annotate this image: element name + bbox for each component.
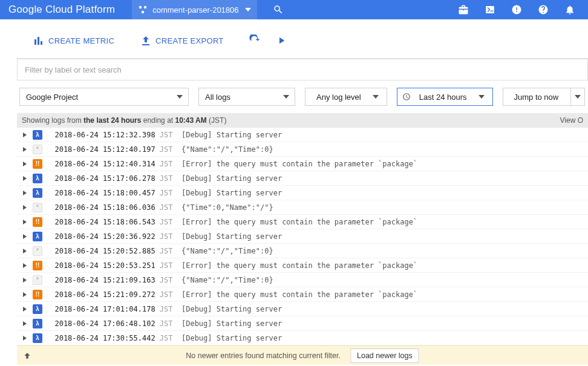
log-row[interactable]: * 2018-06-24 15:12:40.197 JST {"Name":"/… — [17, 142, 588, 157]
log-timezone: JST — [160, 276, 181, 284]
log-row[interactable]: λ 2018-06-24 15:12:32.398 JST [Debug] St… — [17, 128, 588, 142]
log-tag: [Error] — [181, 218, 217, 226]
severity-icon: λ — [33, 130, 42, 140]
expand-icon[interactable] — [21, 319, 29, 328]
expand-icon[interactable] — [21, 189, 29, 197]
scroll-up-icon[interactable] — [23, 351, 31, 360]
log-message: the query must contain the parameter `pa… — [217, 261, 417, 270]
expand-icon[interactable] — [21, 232, 29, 241]
log-row[interactable]: !! 2018-06-24 15:21:09.272 JST [Error] t… — [17, 287, 588, 302]
create-export-button[interactable]: CREATE EXPORT — [135, 32, 230, 49]
free-trial-icon[interactable] — [452, 0, 474, 19]
severity-icon: λ — [33, 188, 42, 198]
log-timestamp: 2018-06-24 15:12:40.314 — [46, 160, 160, 168]
jump-dropdown-toggle[interactable] — [570, 88, 585, 106]
svg-point-2 — [142, 11, 144, 13]
notifications-icon[interactable] — [559, 0, 581, 19]
expand-icon[interactable] — [21, 203, 29, 212]
platform-name: Google Cloud Platform — [8, 4, 115, 15]
refresh-button[interactable] — [244, 30, 265, 51]
log-message: the query must contain the parameter `pa… — [217, 218, 417, 226]
svg-point-1 — [144, 6, 146, 8]
log-tag: [Debug] — [181, 131, 217, 139]
severity-icon: λ — [33, 333, 42, 343]
expand-icon[interactable] — [21, 218, 29, 226]
refresh-icon — [249, 34, 261, 47]
severity-selector-label: Any log level — [310, 93, 367, 102]
load-newer-logs-button[interactable]: Load newer logs — [350, 348, 419, 363]
log-row[interactable]: !! 2018-06-24 15:20:53.251 JST [Error] t… — [17, 258, 588, 273]
log-name-selector[interactable]: All logs — [198, 88, 295, 106]
help-icon[interactable] — [532, 0, 554, 19]
log-timestamp: 2018-06-24 15:20:36.922 — [46, 232, 160, 241]
platform-logo: Google Cloud Platform — [8, 4, 115, 16]
log-row[interactable]: λ 2018-06-24 15:20:36.922 JST [Debug] St… — [17, 229, 588, 244]
log-message: Starting server — [217, 334, 282, 342]
log-message: Starting server — [217, 232, 282, 241]
expand-icon[interactable] — [21, 174, 29, 183]
caret-down-icon — [171, 95, 188, 99]
log-row[interactable]: * 2018-06-24 15:20:52.885 JST {"Name":"/… — [17, 244, 588, 258]
cloud-shell-icon[interactable] — [479, 0, 501, 19]
log-timestamp: 2018-06-24 15:17:06.278 — [46, 174, 160, 183]
log-timezone: JST — [160, 145, 181, 154]
resource-selector-label: Google Project — [20, 93, 84, 102]
log-message: {"Name":"/","Time":0} — [181, 276, 273, 284]
log-tag: [Debug] — [181, 189, 217, 197]
expand-icon[interactable] — [21, 247, 29, 255]
log-timezone: JST — [160, 174, 181, 183]
alert-icon[interactable] — [506, 0, 528, 19]
filter-input[interactable] — [17, 59, 588, 80]
severity-icon: λ — [33, 232, 42, 241]
jump-to-now-button[interactable]: Jump to now — [503, 88, 571, 106]
expand-icon[interactable] — [21, 131, 29, 139]
severity-icon: * — [33, 246, 42, 256]
svg-rect-3 — [34, 39, 36, 45]
expand-icon[interactable] — [21, 160, 29, 168]
expand-icon[interactable] — [21, 261, 29, 270]
project-selector[interactable]: comment-parser-201806 — [132, 0, 256, 19]
expand-icon[interactable] — [21, 305, 29, 313]
actions-bar: CREATE METRIC CREATE EXPORT — [17, 23, 588, 58]
expand-icon[interactable] — [21, 276, 29, 284]
expand-icon[interactable] — [21, 145, 29, 154]
log-timestamp: 2018-06-24 15:12:32.398 — [46, 131, 160, 139]
severity-selector[interactable]: Any log level — [305, 88, 387, 106]
log-timestamp: 2018-06-24 15:20:53.251 — [46, 261, 160, 270]
project-name: comment-parser-201806 — [152, 5, 238, 15]
upload-icon — [141, 36, 151, 45]
log-row[interactable]: λ 2018-06-24 17:30:55.442 JST [Debug] St… — [17, 331, 588, 345]
log-row[interactable]: * 2018-06-24 15:21:09.163 JST {"Name":"/… — [17, 273, 588, 287]
project-icon — [138, 5, 148, 15]
expand-icon[interactable] — [21, 334, 29, 342]
caret-down-icon — [278, 95, 295, 99]
play-button[interactable] — [271, 30, 292, 51]
log-row[interactable]: λ 2018-06-24 15:17:06.278 JST [Debug] St… — [17, 171, 588, 186]
search-button[interactable] — [269, 1, 287, 19]
expand-icon[interactable] — [21, 290, 29, 299]
svg-point-0 — [139, 6, 142, 8]
resource-selector[interactable]: Google Project — [19, 88, 189, 106]
log-message: the query must contain the parameter `pa… — [217, 160, 417, 168]
log-timestamp: 2018-06-24 17:30:55.442 — [46, 334, 160, 342]
log-message: Starting server — [217, 305, 282, 313]
log-message: Starting server — [217, 189, 282, 197]
log-row[interactable]: λ 2018-06-24 17:01:04.178 JST [Debug] St… — [17, 302, 588, 316]
create-metric-button[interactable]: CREATE METRIC — [28, 32, 120, 49]
log-timestamp: 2018-06-24 15:21:09.272 — [46, 290, 160, 299]
time-range-selector-label: Last 24 hours — [413, 93, 473, 102]
severity-icon: * — [33, 145, 42, 154]
filter-row — [17, 59, 588, 80]
log-message: Starting server — [217, 174, 282, 183]
log-row[interactable]: !! 2018-06-24 15:18:06.543 JST [Error] t… — [17, 215, 588, 229]
view-options-link[interactable]: View O — [560, 116, 583, 125]
time-range-selector[interactable]: Last 24 hours — [397, 88, 493, 106]
log-row[interactable]: λ 2018-06-24 15:18:00.457 JST [Debug] St… — [17, 186, 588, 200]
log-message: Starting server — [217, 319, 282, 328]
log-row[interactable]: !! 2018-06-24 15:12:40.314 JST [Error] t… — [17, 157, 588, 171]
log-row[interactable]: λ 2018-06-24 17:06:48.102 JST [Debug] St… — [17, 316, 588, 331]
log-timezone: JST — [160, 160, 181, 168]
log-message: {"Name":"/","Time":0} — [181, 247, 273, 255]
log-row[interactable]: * 2018-06-24 15:18:06.036 JST {"Time":0,… — [17, 200, 588, 215]
severity-icon: λ — [33, 304, 42, 314]
